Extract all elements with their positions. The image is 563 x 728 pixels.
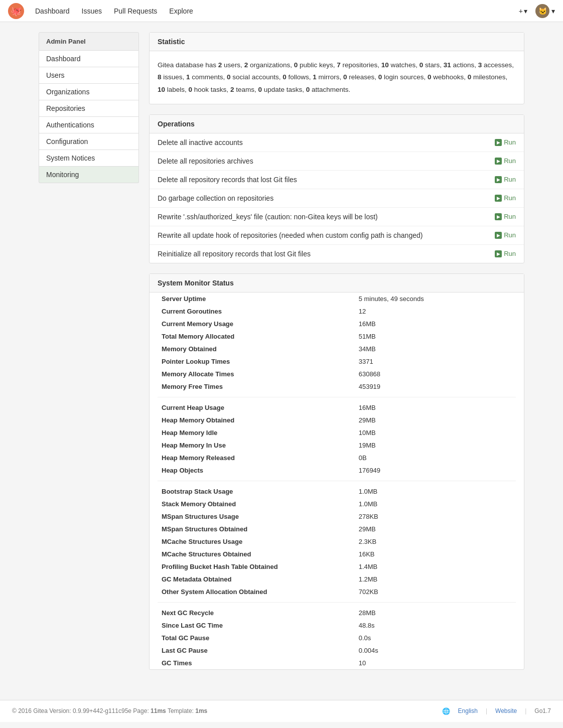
create-button[interactable]: + ▾ [515,5,531,17]
monitor-row: Profiling Bucket Hash Table Obtained1.4M… [158,560,516,573]
monitor-row: Bootstrap Stack Usage1.0MB [158,485,516,498]
page-content: Admin Panel Dashboard Users Organization… [31,32,532,680]
stat-users: 2 [218,61,222,69]
sidebar-item-organizations[interactable]: Organizations [39,84,139,100]
operations-card: Operations Delete all inactive accounts▶… [149,114,524,263]
run-label: Run [504,194,516,202]
footer: © 2016 Gitea Version: 0.9.99+442-g111c95… [0,700,563,722]
monitor-row: Other System Allocation Obtained702KB [158,586,516,598]
sidebar-item-repositories[interactable]: Repositories [39,100,139,117]
monitor-value: 1.0MB [355,498,516,510]
run-label: Run [504,250,516,257]
page-time: 11ms [151,707,166,714]
language-link[interactable]: English [458,707,478,714]
run-icon: ▶ [495,213,502,220]
monitor-value: 19MB [355,439,516,452]
monitor-value: 702KB [355,586,516,598]
nav-issues[interactable]: Issues [77,5,107,17]
monitor-row: MCache Structures Usage2.3KB [158,535,516,548]
site-logo[interactable]: 🐙 [8,3,24,19]
stat-hook-tasks: 0 [189,86,193,93]
stat-releases: 0 [343,73,347,81]
monitor-label: Current Goroutines [158,305,355,318]
monitor-label: GC Metadata Obtained [158,573,355,586]
operation-row: Do garbage collection on repositories▶Ru… [150,189,524,208]
stat-comments: 1 [186,73,190,81]
monitor-label: Current Memory Usage [158,318,355,330]
operations-title: Operations [150,115,524,133]
monitor-row: Total Memory Allocated51MB [158,330,516,343]
plus-label: + [519,7,523,15]
monitor-label: Next GC Recycle [158,607,355,619]
stat-accesses: 3 [478,61,482,69]
monitor-row: Total GC Pause0.0s [158,632,516,644]
monitor-label: Since Last GC Time [158,619,355,632]
monitor-value: 3371 [355,355,516,368]
website-link[interactable]: Website [495,707,517,714]
stat-orgs: 2 [244,61,248,69]
run-button[interactable]: ▶Run [495,231,516,239]
nav-pull-requests[interactable]: Pull Requests [109,5,162,17]
run-icon: ▶ [495,250,502,257]
monitor-value: 34MB [355,343,516,355]
operation-label: Reinitialize all repository records that… [158,250,311,258]
monitor-value: 0.0s [355,632,516,644]
monitor-label: MSpan Structures Usage [158,510,355,523]
nav-dashboard[interactable]: Dashboard [30,5,75,17]
copyright-text: © 2016 Gitea Version: 0.9.99+442-g111c95… [12,707,149,714]
monitor-row: Pointer Lookup Times3371 [158,355,516,368]
monitor-label: Memory Obtained [158,343,355,355]
operation-label: Delete all inactive accounts [158,138,243,147]
stat-actions: 31 [444,61,451,69]
run-button[interactable]: ▶Run [495,194,516,202]
monitor-row: Next GC Recycle28MB [158,607,516,619]
monitor-value: 51MB [355,330,516,343]
monitor-row: Heap Memory In Use19MB [158,439,516,452]
monitor-value: 29MB [355,414,516,426]
run-label: Run [504,157,516,165]
stat-update-tasks: 0 [258,86,262,93]
monitor-value: 16MB [355,318,516,330]
monitor-title: System Monitor Status [150,274,524,293]
footer-left: © 2016 Gitea Version: 0.9.99+442-g111c95… [12,707,207,714]
footer-right: 🌐 English | Website | Go1.7 [442,707,551,715]
run-button[interactable]: ▶Run [495,213,516,220]
monitor-label: Heap Memory Idle [158,426,355,439]
sidebar-item-users[interactable]: Users [39,67,139,84]
stat-social: 0 [227,73,231,81]
monitor-row: Last GC Pause0.004s [158,644,516,657]
sidebar-item-configuration[interactable]: Configuration [39,133,139,150]
monitor-row: Heap Memory Idle10MB [158,426,516,439]
dropdown-icon: ▾ [524,7,527,15]
sidebar-item-monitoring[interactable]: Monitoring [39,167,139,183]
run-button[interactable]: ▶Run [495,250,516,257]
monitor-label: Stack Memory Obtained [158,498,355,510]
operation-label: Rewrite '.ssh/authorized_keys' file (cau… [158,213,378,221]
operation-row: Delete all repositories archives▶Run [150,152,524,171]
nav-explore[interactable]: Explore [164,5,198,17]
monitor-value: 48.8s [355,619,516,632]
sidebar-header: Admin Panel [39,32,139,51]
sidebar-item-dashboard[interactable]: Dashboard [39,51,139,67]
stat-attachments: 0 [306,86,310,93]
monitor-value: 16MB [355,401,516,414]
monitor-divider [158,602,516,603]
monitor-label: Heap Objects [158,464,355,477]
monitor-value: 10MB [355,426,516,439]
run-label: Run [504,176,516,183]
user-menu[interactable]: 🐱 ▾ [535,4,555,18]
run-button[interactable]: ▶Run [495,138,516,146]
monitor-row: MSpan Structures Usage278KB [158,510,516,523]
monitor-label: MCache Structures Usage [158,535,355,548]
run-icon: ▶ [495,139,502,146]
monitor-value: 453919 [355,380,516,393]
statistic-body: Gitea database has 2 users, 2 organizati… [150,51,524,104]
monitor-value: 0B [355,452,516,464]
operation-row: Rewrite all update hook of repositories … [150,226,524,245]
run-button[interactable]: ▶Run [495,157,516,165]
sidebar-item-system-notices[interactable]: System Notices [39,150,139,167]
run-button[interactable]: ▶Run [495,176,516,183]
monitor-table: Bootstrap Stack Usage1.0MBStack Memory O… [158,485,516,598]
monitor-value: 5 minutes, 49 seconds [355,293,516,305]
sidebar-item-authentications[interactable]: Authentications [39,117,139,133]
